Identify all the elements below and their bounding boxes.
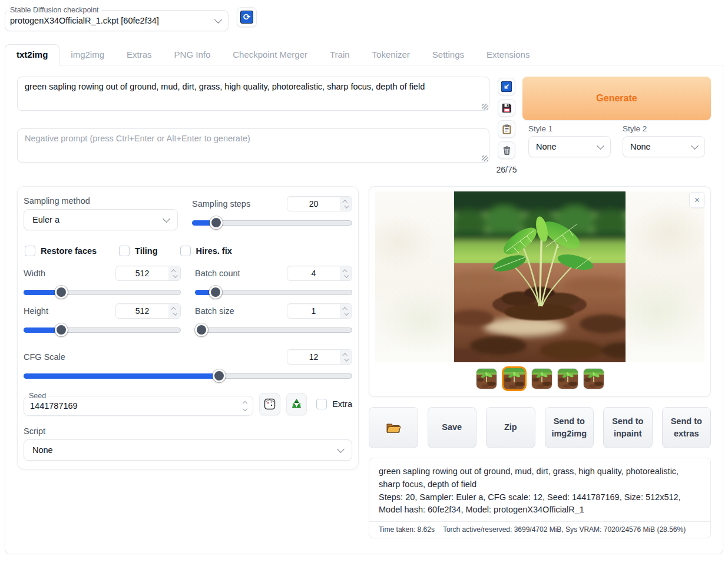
checkpoint-value: protogenX34OfficialR_1.ckpt [60fe2f34]	[10, 16, 159, 25]
sampling-method-label: Sampling method	[24, 196, 178, 206]
send-to-extras-button[interactable]: Send to extras	[662, 407, 712, 448]
style2-value: None	[630, 142, 651, 151]
batch-count-input-box	[287, 266, 352, 281]
checkbox-icon	[25, 246, 35, 256]
results-panel: ×	[369, 186, 711, 538]
style2-select[interactable]: None	[623, 136, 705, 157]
generated-image[interactable]	[454, 191, 626, 362]
style1-value: None	[536, 142, 557, 151]
script-value: None	[32, 445, 53, 455]
cfg-scale-label: CFG Scale	[24, 352, 65, 362]
close-icon: ×	[694, 195, 700, 205]
gallery-thumbnail[interactable]	[583, 368, 604, 389]
script-select[interactable]: None	[24, 439, 352, 461]
save-style-button[interactable]	[498, 99, 515, 117]
cfg-scale-input[interactable]	[287, 350, 340, 364]
generation-info-box: green sapling rowing out of ground, mud,…	[369, 458, 711, 538]
paste-params-icon	[501, 81, 512, 92]
gallery-thumbnail[interactable]	[557, 368, 578, 389]
batch-size-slider[interactable]	[195, 323, 352, 336]
prompt-input[interactable]: green sapling rowing out of ground, mud,…	[17, 77, 489, 111]
stepper-icon[interactable]	[168, 266, 180, 280]
batch-size-label: Batch size	[195, 306, 234, 316]
seed-field: Seed	[24, 392, 253, 416]
batch-count-slider[interactable]	[195, 286, 352, 299]
save-style-icon	[502, 103, 512, 113]
batch-count-input[interactable]	[287, 266, 340, 280]
gallery-blur-left	[375, 191, 454, 362]
main-tabbar: txt2img img2img Extras PNG Info Checkpoi…	[5, 44, 723, 65]
random-seed-button[interactable]	[259, 393, 280, 415]
gallery-thumbnail[interactable]	[531, 368, 552, 389]
tab-checkpoint-merger[interactable]: Checkpoint Merger	[221, 45, 319, 65]
time-taken-text: Time taken: 8.62s	[379, 525, 435, 534]
tab-tokenizer[interactable]: Tokenizer	[361, 45, 421, 65]
open-folder-button[interactable]	[369, 407, 418, 448]
apply-style-icon	[502, 124, 512, 134]
send-to-img2img-button[interactable]: Send to img2img	[545, 407, 594, 448]
tab-extensions[interactable]: Extensions	[475, 45, 541, 65]
refresh-checkpoints-button[interactable]: ⟳	[237, 7, 257, 27]
height-input[interactable]	[116, 304, 168, 318]
apply-style-button[interactable]	[498, 120, 515, 138]
width-input-box	[115, 266, 181, 281]
chevron-down-icon	[214, 16, 222, 24]
resize-grip-icon[interactable]	[482, 104, 488, 110]
batch-size-input-box	[287, 303, 352, 319]
chevron-down-icon	[163, 215, 170, 223]
cfg-scale-slider[interactable]	[24, 369, 352, 382]
stepper-icon[interactable]	[243, 402, 247, 411]
clear-prompt-icon	[502, 145, 512, 156]
sampling-method-value: Euler a	[32, 215, 59, 224]
tab-png-info[interactable]: PNG Info	[163, 45, 222, 65]
stepper-icon[interactable]	[340, 266, 352, 280]
style2-label: Style 2	[623, 124, 705, 133]
clear-prompt-button[interactable]	[498, 141, 515, 159]
save-button[interactable]: Save	[428, 407, 477, 448]
gallery-blur-right	[626, 191, 704, 362]
stepper-icon[interactable]	[340, 350, 352, 364]
seed-input[interactable]	[30, 401, 207, 411]
height-input-box	[115, 303, 181, 319]
stepper-icon[interactable]	[168, 304, 180, 318]
zip-button[interactable]: Zip	[486, 407, 535, 448]
gallery-thumbnail[interactable]	[476, 368, 497, 389]
hires-fix-checkbox[interactable]: Hires. fix	[180, 246, 232, 256]
batch-count-label: Batch count	[195, 269, 240, 278]
seed-label: Seed	[27, 392, 48, 400]
tab-settings[interactable]: Settings	[421, 45, 475, 65]
sampling-steps-input[interactable]	[287, 197, 340, 211]
paste-params-button[interactable]	[498, 78, 515, 95]
tab-txt2img[interactable]: txt2img	[5, 44, 59, 65]
reuse-seed-button[interactable]	[286, 393, 307, 415]
resize-grip-icon[interactable]	[482, 156, 488, 161]
generate-button[interactable]: Generate	[522, 77, 711, 120]
style1-label: Style 1	[528, 124, 611, 133]
height-slider[interactable]	[24, 323, 181, 336]
checkbox-icon	[316, 399, 327, 409]
width-slider[interactable]	[24, 286, 181, 299]
style1-select[interactable]: None	[528, 136, 611, 157]
checkpoint-select[interactable]: Stable Diffusion checkpoint protogenX34O…	[5, 6, 229, 31]
stepper-icon[interactable]	[340, 197, 352, 211]
extra-seed-checkbox[interactable]: Extra	[316, 399, 352, 409]
vram-text: Torch active/reserved: 3699/4702 MiB, Sy…	[443, 525, 686, 534]
send-to-inpaint-button[interactable]: Send to inpaint	[603, 407, 653, 448]
stepper-icon[interactable]	[340, 304, 352, 318]
tab-img2img[interactable]: img2img	[59, 45, 115, 65]
tab-train[interactable]: Train	[319, 45, 361, 65]
batch-size-input[interactable]	[287, 304, 340, 318]
width-input[interactable]	[116, 266, 168, 280]
close-gallery-button[interactable]: ×	[689, 192, 705, 208]
sampling-steps-input-box	[287, 196, 352, 211]
sampling-steps-slider[interactable]	[192, 216, 352, 229]
tiling-checkbox[interactable]: Tiling	[119, 246, 157, 256]
gallery-thumbnail[interactable]	[502, 366, 527, 391]
tab-extras[interactable]: Extras	[115, 45, 163, 65]
recycle-icon	[290, 398, 303, 410]
negative-prompt-input[interactable]	[17, 128, 489, 163]
restore-faces-checkbox[interactable]: Restore faces	[25, 246, 97, 256]
sd-webui-app: Stable Diffusion checkpoint protogenX34O…	[0, 0, 728, 569]
dice-icon	[264, 398, 276, 410]
sampling-method-select[interactable]: Euler a	[24, 209, 178, 230]
